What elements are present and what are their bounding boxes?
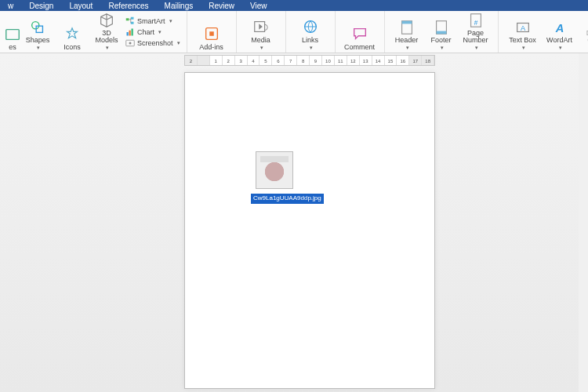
page-number-icon: # (467, 12, 485, 29)
shapes-button[interactable]: Shapes▾ (20, 12, 55, 51)
screenshot-icon (125, 38, 135, 48)
media-icon (252, 18, 270, 35)
ribbon-tabs: w Design Layout References Mailings Revi… (0, 0, 588, 11)
svg-rect-5 (131, 22, 134, 24)
image-thumbnail[interactable] (256, 151, 293, 189)
tab-view[interactable]: View (242, 2, 275, 10)
group-comments: Comment (336, 11, 385, 53)
dropcap-icon: A (586, 12, 588, 29)
cube-icon (98, 12, 115, 29)
svg-rect-12 (209, 31, 214, 36)
group-illustrations: es Shapes▾ Icons 3D Models▾ SmartArt▾ Ch… (0, 11, 187, 53)
vertical-scrollbar[interactable] (579, 53, 588, 392)
addins-button[interactable]: Add-ins (192, 12, 231, 51)
svg-rect-4 (131, 17, 134, 20)
textbox-icon: A (514, 19, 532, 36)
group-text: A Text Box▾ A WordArt▾ A Drop Cap▾ (499, 11, 588, 53)
group-links: Links▾ (286, 11, 336, 53)
svg-text:#: # (474, 20, 477, 27)
3d-models-button[interactable]: 3D Models▾ (89, 12, 124, 51)
svg-rect-7 (129, 31, 131, 36)
svg-rect-0 (6, 30, 20, 40)
footer-button[interactable]: Footer▾ (424, 12, 459, 51)
group-addins: Add-ins (187, 11, 237, 53)
tab-mailings[interactable]: Mailings (157, 2, 201, 10)
links-icon (302, 18, 319, 35)
document-page[interactable]: Cw9La1gUUAA9ddp.jpg (184, 72, 435, 389)
header-button[interactable]: Header▾ (390, 12, 424, 51)
svg-rect-18 (436, 31, 446, 34)
chart-icon (125, 27, 135, 37)
shapes-icon (29, 19, 46, 36)
svg-point-1 (32, 22, 39, 29)
addins-icon (203, 25, 220, 42)
svg-rect-6 (127, 32, 129, 36)
wordart-button[interactable]: A WordArt▾ (543, 12, 577, 51)
horizontal-ruler[interactable]: 2 123 456 789 101112 131415 161718 (184, 55, 435, 66)
page-number-button[interactable]: # Page Number▾ (459, 12, 493, 51)
tab-layout[interactable]: Layout (61, 2, 100, 10)
svg-point-10 (129, 42, 132, 45)
pictures-button-partial[interactable]: es (5, 12, 20, 51)
icons-icon (64, 26, 81, 43)
chart-button[interactable]: Chart▾ (125, 27, 180, 37)
svg-rect-16 (401, 21, 412, 24)
tab-partial[interactable]: w (0, 2, 21, 10)
inserted-image-object[interactable]: Cw9La1gUUAA9ddp.jpg (251, 151, 298, 204)
footer-icon (433, 19, 450, 36)
svg-rect-8 (132, 29, 133, 36)
comment-button[interactable]: Comment (340, 12, 379, 51)
svg-rect-3 (126, 18, 129, 20)
group-media: Media▾ (237, 11, 286, 53)
wordart-icon: A (551, 19, 568, 36)
tab-review[interactable]: Review (201, 2, 242, 10)
icons-button[interactable]: Icons (55, 12, 89, 51)
ribbon: es Shapes▾ Icons 3D Models▾ SmartArt▾ Ch… (0, 11, 588, 53)
document-area: 2 123 456 789 101112 131415 161718 Cw9La… (0, 53, 588, 392)
svg-text:A: A (554, 22, 564, 34)
comment-icon (351, 25, 368, 42)
image-filename-caption[interactable]: Cw9La1gUUAA9ddp.jpg (251, 194, 324, 204)
links-button[interactable]: Links▾ (291, 12, 330, 51)
header-icon (398, 19, 416, 36)
svg-rect-2 (36, 26, 42, 32)
group-headerfooter: Header▾ Footer▾ # Page Number▾ (385, 11, 499, 53)
screenshot-button[interactable]: Screenshot▾ (125, 38, 180, 48)
dropcap-button: A Drop Cap▾ (577, 12, 588, 51)
media-button[interactable]: Media▾ (241, 12, 281, 51)
smartart-button[interactable]: SmartArt▾ (125, 16, 180, 26)
svg-text:A: A (520, 24, 525, 32)
tab-references[interactable]: References (100, 2, 156, 10)
tab-design[interactable]: Design (21, 2, 61, 10)
smartart-icon (125, 16, 135, 26)
textbox-button[interactable]: A Text Box▾ (503, 12, 543, 51)
